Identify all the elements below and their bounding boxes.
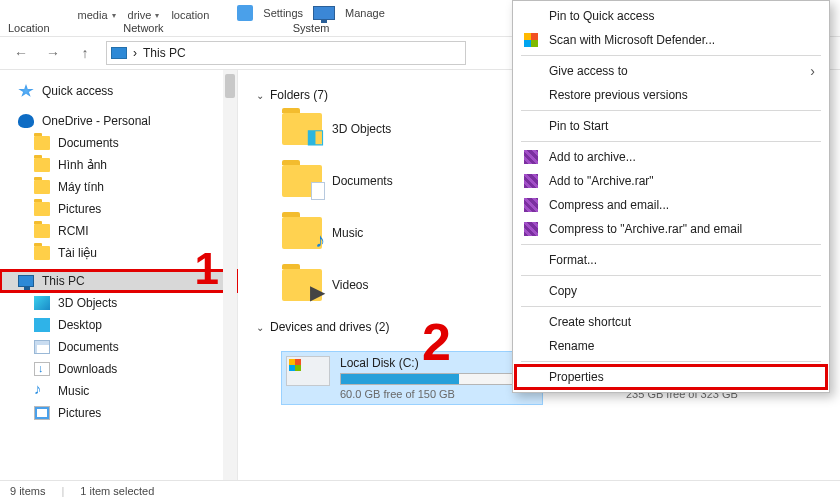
archive-icon xyxy=(523,149,539,165)
sidebar-item-pc-4[interactable]: Music xyxy=(0,380,237,402)
sidebar-item-od-0[interactable]: Documents xyxy=(0,132,237,154)
blank-icon xyxy=(523,369,539,385)
tile-label: Videos xyxy=(332,278,368,292)
desktop-icon xyxy=(34,318,50,332)
ribbon-media[interactable]: media xyxy=(78,9,116,21)
sidebar-item-pc-2[interactable]: Documents xyxy=(0,336,237,358)
ctx-label: Scan with Microsoft Defender... xyxy=(549,33,715,47)
sidebar-quick-access[interactable]: Quick access xyxy=(0,80,237,102)
sidebar-item-od-1[interactable]: Hình ảnh xyxy=(0,154,237,176)
archive-icon xyxy=(523,197,539,213)
ctx-give-access[interactable]: Give access to xyxy=(515,59,827,83)
ctx-pin-start[interactable]: Pin to Start xyxy=(515,114,827,138)
ctx-add-rar[interactable]: Add to "Archive.rar" xyxy=(515,169,827,193)
ctx-label: Compress to "Archive.rar" and email xyxy=(549,222,742,236)
ribbon-location-label: Location xyxy=(8,22,50,34)
folder-icon xyxy=(34,202,50,216)
sidebar-item-label: Tài liệu xyxy=(58,246,97,260)
sidebar-item-od-3[interactable]: Pictures xyxy=(0,198,237,220)
folder-icon xyxy=(282,165,322,197)
ctx-label: Pin to Quick access xyxy=(549,9,654,23)
scroll-thumb[interactable] xyxy=(225,74,235,98)
sidebar-item-od-4[interactable]: RCMI xyxy=(0,220,237,242)
documents-icon xyxy=(34,340,50,354)
ribbon-manage[interactable]: Manage xyxy=(345,7,385,19)
status-bar: 9 items | 1 item selected xyxy=(0,480,840,500)
drive-free: 60.0 GB free of 150 GB xyxy=(340,388,538,400)
chevron-down-icon: ⌄ xyxy=(256,90,264,101)
context-menu: Pin to Quick access Scan with Microsoft … xyxy=(512,0,830,393)
annotation-marker-1: 1 xyxy=(195,244,219,294)
ctx-copy[interactable]: Copy xyxy=(515,279,827,303)
ctx-rename[interactable]: Rename xyxy=(515,334,827,358)
blank-icon xyxy=(523,338,539,354)
ctx-label: Rename xyxy=(549,339,594,353)
ctx-properties[interactable]: Properties xyxy=(515,365,827,389)
folder-icon xyxy=(34,136,50,150)
sidebar-thispc-label: This PC xyxy=(42,274,85,288)
ctx-format[interactable]: Format... xyxy=(515,248,827,272)
sidebar-item-pc-3[interactable]: Downloads xyxy=(0,358,237,380)
sidebar-item-label: Music xyxy=(58,384,89,398)
ctx-label: Add to "Archive.rar" xyxy=(549,174,654,188)
blank-icon xyxy=(523,283,539,299)
ctx-label: Create shortcut xyxy=(549,315,631,329)
ctx-create-shortcut[interactable]: Create shortcut xyxy=(515,310,827,334)
video-icon: ▶ xyxy=(310,280,325,304)
ctx-pin-quick[interactable]: Pin to Quick access xyxy=(515,4,827,28)
ribbon-netloc[interactable]: location xyxy=(171,9,209,21)
chevron-down-icon: ⌄ xyxy=(256,322,264,333)
folder-icon: ▶ xyxy=(282,269,322,301)
section-drives-label: Devices and drives (2) xyxy=(270,320,389,334)
sidebar-onedrive-label: OneDrive - Personal xyxy=(42,114,151,128)
tile-label: Music xyxy=(332,226,363,240)
music-icon xyxy=(34,384,50,398)
folder-icon xyxy=(34,246,50,260)
sidebar-item-label: Downloads xyxy=(58,362,117,376)
ctx-label: Compress and email... xyxy=(549,198,669,212)
shield-icon xyxy=(523,32,539,48)
nav-back-button[interactable]: ← xyxy=(10,42,32,64)
ctx-separator xyxy=(521,361,821,362)
sidebar-item-pc-1[interactable]: Desktop xyxy=(0,314,237,336)
downloads-icon xyxy=(34,362,50,376)
ribbon-system-label: System xyxy=(293,22,330,34)
music-icon: ♪ xyxy=(315,229,325,252)
ctx-add-archive[interactable]: Add to archive... xyxy=(515,145,827,169)
nav-up-button[interactable]: ↑ xyxy=(74,42,96,64)
blank-icon xyxy=(523,87,539,103)
nav-forward-button[interactable]: → xyxy=(42,42,64,64)
tile-label: Documents xyxy=(332,174,393,188)
address-field[interactable]: › This PC xyxy=(106,41,466,65)
ctx-label: Copy xyxy=(549,284,577,298)
ctx-compress-email[interactable]: Compress and email... xyxy=(515,193,827,217)
pc-icon xyxy=(18,275,34,287)
sidebar: Quick access OneDrive - Personal Documen… xyxy=(0,70,238,482)
blank-icon xyxy=(523,63,539,79)
settings-icon[interactable] xyxy=(237,5,253,21)
archive-icon xyxy=(523,221,539,237)
document-icon xyxy=(311,182,325,200)
drive-tile-c[interactable]: Local Disk (C:) 60.0 GB free of 150 GB xyxy=(282,352,542,404)
sidebar-item-label: Máy tính xyxy=(58,180,104,194)
sidebar-item-label: Documents xyxy=(58,340,119,354)
breadcrumb-thispc[interactable]: This PC xyxy=(143,46,186,60)
ctx-separator xyxy=(521,110,821,111)
ctx-label: Add to archive... xyxy=(549,150,636,164)
manage-icon[interactable] xyxy=(313,6,335,20)
ctx-separator xyxy=(521,141,821,142)
archive-icon xyxy=(523,173,539,189)
ctx-separator xyxy=(521,55,821,56)
ctx-separator xyxy=(521,244,821,245)
sidebar-item-label: Pictures xyxy=(58,202,101,216)
sidebar-scrollbar[interactable] xyxy=(223,70,237,482)
ribbon-settings[interactable]: Settings xyxy=(263,7,303,19)
ctx-defender[interactable]: Scan with Microsoft Defender... xyxy=(515,28,827,52)
ribbon-drive[interactable]: drive xyxy=(128,9,160,21)
sidebar-item-pc-0[interactable]: 3D Objects xyxy=(0,292,237,314)
sidebar-onedrive[interactable]: OneDrive - Personal xyxy=(0,110,237,132)
sidebar-item-od-2[interactable]: Máy tính xyxy=(0,176,237,198)
ctx-restore[interactable]: Restore previous versions xyxy=(515,83,827,107)
ctx-compress-rar-email[interactable]: Compress to "Archive.rar" and email xyxy=(515,217,827,241)
sidebar-item-pc-5[interactable]: Pictures xyxy=(0,402,237,424)
